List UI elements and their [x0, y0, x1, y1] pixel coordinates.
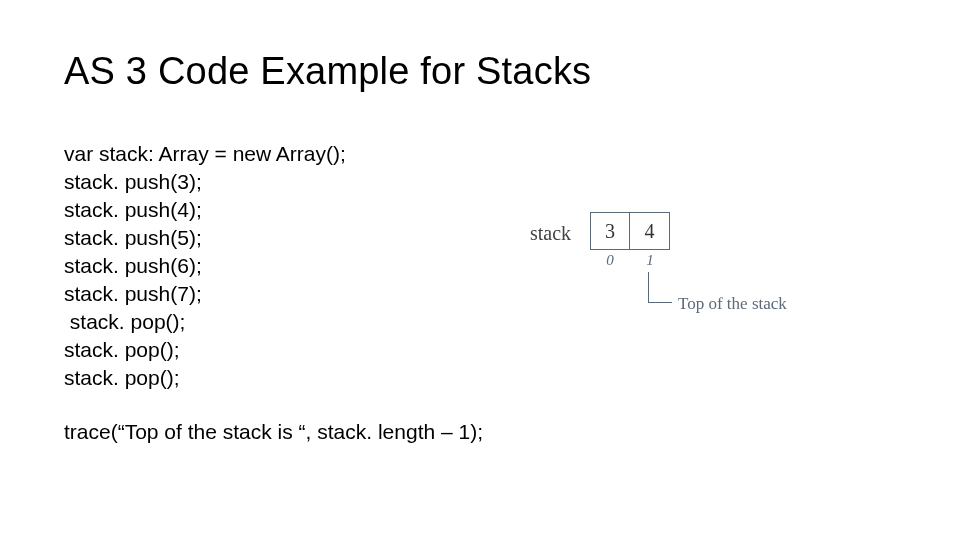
- diagram-caption: Top of the stack: [678, 294, 787, 314]
- diagram-index: 1: [630, 252, 670, 269]
- diagram-index: 0: [590, 252, 630, 269]
- page-title: AS 3 Code Example for Stacks: [64, 50, 591, 93]
- connector-line: [648, 302, 672, 303]
- diagram-label: stack: [530, 222, 571, 245]
- code-line: stack. push(3);: [64, 170, 202, 193]
- code-line: stack. pop();: [64, 366, 180, 389]
- code-line: stack. pop();: [64, 338, 180, 361]
- trace-line: trace(“Top of the stack is “, stack. len…: [64, 420, 483, 444]
- code-line: var stack: Array = new Array();: [64, 142, 346, 165]
- code-block: var stack: Array = new Array(); stack. p…: [64, 140, 346, 392]
- diagram-cells: 3 4: [590, 212, 670, 250]
- code-line: stack. push(7);: [64, 282, 202, 305]
- code-line: stack. push(5);: [64, 226, 202, 249]
- diagram-cell: 3: [590, 212, 630, 250]
- connector-line: [648, 272, 649, 302]
- diagram-cell: 4: [630, 212, 670, 250]
- code-line: stack. push(4);: [64, 198, 202, 221]
- code-line: stack. push(6);: [64, 254, 202, 277]
- code-line: stack. pop();: [64, 310, 185, 333]
- slide: AS 3 Code Example for Stacks var stack: …: [0, 0, 960, 540]
